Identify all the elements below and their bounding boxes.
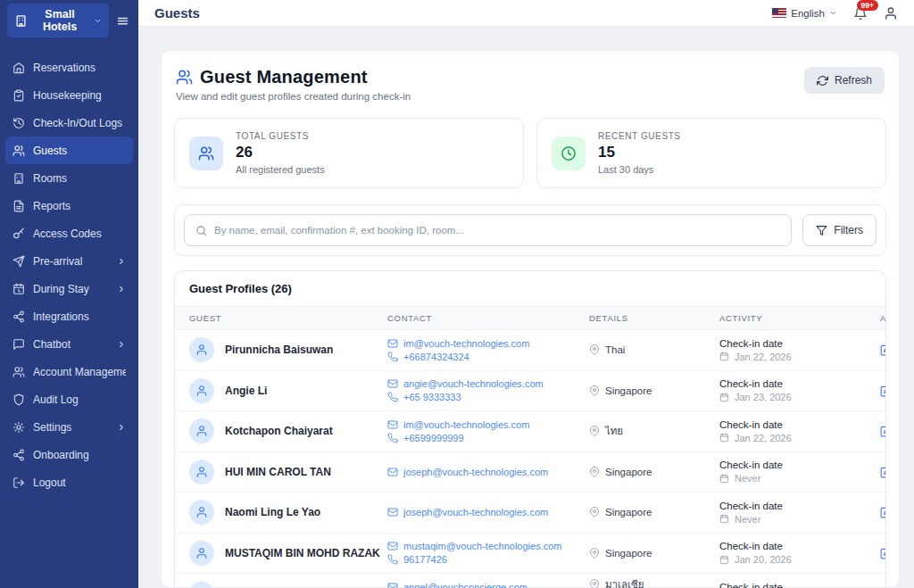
avatar	[189, 378, 214, 403]
sidebar-item-access-codes[interactable]: Access Codes	[5, 219, 133, 247]
edit-guest-button[interactable]	[880, 385, 886, 397]
refresh-icon	[817, 75, 828, 87]
sidebar-item-reports[interactable]: Reports	[5, 192, 133, 219]
table-title: Guest Profiles (26)	[175, 271, 885, 306]
guest-email-link[interactable]: angel@vouchconcierge.com	[387, 582, 589, 588]
recent-guests-card: RECENT GUESTS 15 Last 30 days	[536, 118, 886, 188]
mail-icon	[387, 419, 398, 430]
sidebar-item-rooms[interactable]: Rooms	[5, 164, 133, 192]
edit-icon	[880, 385, 886, 397]
guest-email-link[interactable]: mustaqim@vouch-technologies.com	[387, 541, 589, 551]
search-input[interactable]	[214, 225, 780, 236]
table-row: Pirunnicha Baisuwan im@vouch-technologie…	[175, 330, 885, 371]
table-row: MUSTAQIM BIN MOHD RAZAK mustaqim@vouch-t…	[175, 534, 885, 575]
stat-value: 15	[598, 144, 681, 161]
avatar	[189, 582, 214, 588]
top-bar: Guests English 99+	[138, 0, 914, 27]
edit-guest-button[interactable]	[880, 506, 886, 518]
chat-icon	[12, 338, 25, 351]
guest-phone-link[interactable]: +65 9333333	[387, 392, 589, 402]
page-title: Guests	[154, 5, 200, 21]
mail-icon	[387, 378, 398, 389]
stat-sub: All registered guests	[236, 164, 325, 175]
mail-icon	[387, 338, 398, 349]
chevron-down-icon	[94, 17, 102, 25]
edit-guest-button[interactable]	[880, 344, 886, 356]
map-pin-icon	[589, 548, 600, 559]
sidebar-item-housekeeping[interactable]: Housekeeping	[5, 81, 133, 109]
guest-email-link[interactable]: joseph@vouch-technologies.com	[387, 467, 589, 477]
guest-name: Angie Li	[225, 385, 267, 397]
sidebar-item-integrations[interactable]: Integrations	[5, 302, 133, 330]
avatar	[189, 460, 214, 484]
guest-location: Singapore	[589, 385, 719, 396]
avatar	[189, 541, 214, 566]
sidebar-item-audit-log[interactable]: Audit Log	[5, 385, 133, 413]
checkin-date: Jan 20, 2026	[719, 554, 880, 565]
checkin-date: Jan 22, 2026	[719, 433, 880, 443]
sidebar-item-onboarding[interactable]: Onboarding	[5, 441, 133, 468]
guest-phone-link[interactable]: 96177426	[387, 554, 589, 565]
mail-icon	[387, 582, 398, 588]
checkin-date: Never	[719, 514, 880, 525]
brand-selector[interactable]: Small Hotels	[7, 4, 109, 37]
calendar-icon	[719, 352, 729, 361]
guest-management-panel: Guest Management View and edit guest pro…	[161, 50, 900, 588]
guest-name: Kotchapon Chaiyarat	[225, 425, 333, 437]
key-icon	[12, 228, 25, 240]
table-row: HUI MIN CAROL TAN joseph@vouch-technolog…	[175, 452, 885, 493]
filters-button[interactable]: Filters	[802, 214, 877, 246]
user-icon	[195, 425, 208, 437]
notifications-button[interactable]: 99+	[853, 6, 868, 21]
calendar-icon	[719, 393, 729, 402]
notification-badge: 99+	[857, 0, 878, 11]
guest-email-link[interactable]: im@vouch-technologies.com	[387, 419, 589, 430]
guest-email-link[interactable]: angie@vouch-technologies.com	[387, 378, 589, 389]
share-icon	[12, 449, 25, 461]
brand-name: Small Hotels	[33, 8, 87, 33]
sidebar-item-settings[interactable]: Settings	[5, 413, 133, 441]
search-toolbar: Filters	[174, 204, 886, 256]
user-icon	[195, 547, 208, 559]
guest-location: ไทย	[589, 423, 719, 439]
edit-guest-button[interactable]	[880, 466, 886, 478]
edit-guest-button[interactable]	[880, 425, 886, 437]
mail-icon	[387, 541, 398, 551]
language-label: English	[791, 8, 825, 19]
sidebar-item-logout[interactable]: Logout	[5, 468, 133, 496]
guest-email-link[interactable]: im@vouch-technologies.com	[387, 338, 589, 349]
language-selector[interactable]: English	[772, 8, 837, 19]
user-icon	[195, 466, 208, 478]
guest-name: Pirunnicha Baisuwan	[225, 344, 333, 356]
guest-location: มาเลเซีย	[589, 576, 719, 588]
refresh-button[interactable]: Refresh	[804, 67, 885, 94]
stat-label: RECENT GUESTS	[598, 131, 681, 141]
guest-location: Singapore	[589, 548, 719, 559]
calendar-icon	[719, 474, 729, 484]
user-menu-button[interactable]	[884, 6, 898, 21]
users-icon	[12, 366, 25, 378]
sidebar-item-guests[interactable]: Guests	[5, 137, 133, 164]
sidebar-item-account-management[interactable]: Account Management	[5, 358, 133, 385]
total-guests-card: TOTAL GUESTS 26 All registered guests	[174, 118, 524, 188]
map-pin-icon	[589, 507, 600, 518]
guest-location: Thai	[589, 344, 719, 355]
sidebar-item-checkinout-logs[interactable]: Check-In/Out Logs	[5, 109, 133, 137]
sidebar-item-chatbot[interactable]: Chatbot	[5, 330, 133, 358]
guest-phone-link[interactable]: +66874324324	[387, 352, 589, 362]
guest-phone-link[interactable]: +6599999999	[387, 433, 589, 443]
user-icon	[884, 6, 898, 21]
guest-location: Singapore	[589, 467, 719, 477]
sidebar-item-during-stay[interactable]: During Stay	[5, 275, 133, 302]
chevron-right-icon	[117, 423, 126, 432]
chevron-down-icon	[829, 9, 837, 17]
home-icon	[12, 62, 25, 74]
calendar-icon	[719, 433, 729, 443]
sidebar-toggle-button[interactable]	[114, 12, 131, 29]
edit-guest-button[interactable]	[880, 547, 886, 559]
user-icon	[195, 385, 208, 397]
guest-email-link[interactable]: joseph@vouch-technologies.com	[387, 507, 589, 518]
sidebar-item-pre-arrival[interactable]: Pre-arrival	[5, 247, 133, 275]
calendar-clock-icon	[12, 283, 25, 295]
sidebar-item-reservations[interactable]: Reservations	[5, 54, 133, 81]
